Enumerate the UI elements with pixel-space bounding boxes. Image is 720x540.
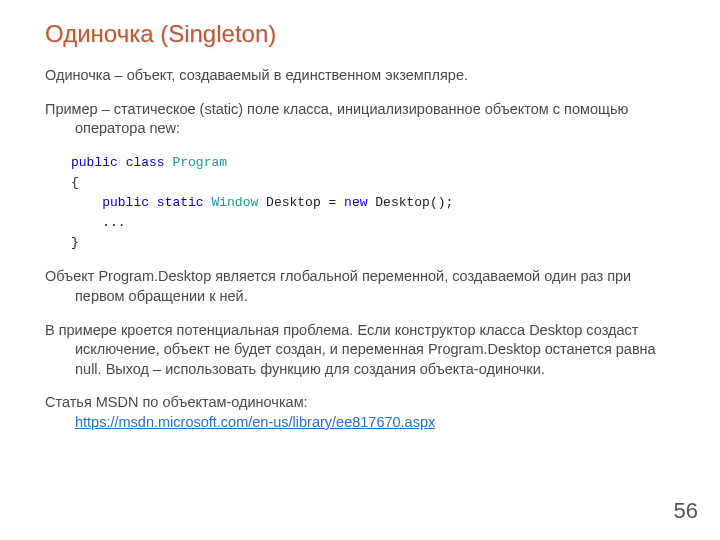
code-text: Desktop =: [258, 195, 344, 210]
paragraph-msdn: Статья MSDN по объектам-одиночкам: https…: [75, 393, 680, 432]
slide: Одиночка (Singleton) Одиночка – объект, …: [0, 0, 720, 540]
msdn-link[interactable]: https://msdn.microsoft.com/en-us/library…: [75, 414, 435, 430]
code-keyword: new: [344, 195, 367, 210]
code-keyword: public: [71, 155, 118, 170]
paragraph-global-var: Объект Program.Desktop является глобальн…: [75, 267, 680, 306]
code-brace: }: [71, 235, 79, 250]
paragraph-definition: Одиночка – объект, создаваемый в единств…: [75, 66, 680, 86]
code-brace: {: [71, 175, 79, 190]
code-keyword: public: [102, 195, 149, 210]
code-keyword: static: [157, 195, 204, 210]
code-type: Window: [211, 195, 258, 210]
msdn-label: Статья MSDN по объектам-одиночкам:: [45, 394, 308, 410]
code-block: public class Program { public static Win…: [71, 153, 680, 254]
code-keyword: class: [126, 155, 165, 170]
code-text: Desktop();: [368, 195, 454, 210]
paragraph-problem: В примере кроется потенциальная проблема…: [75, 321, 680, 380]
paragraph-example-intro: Пример – статическое (static) поле класс…: [75, 100, 680, 139]
code-ellipsis: ...: [102, 215, 125, 230]
code-type: Program: [172, 155, 227, 170]
page-number: 56: [674, 498, 698, 524]
slide-title: Одиночка (Singleton): [45, 20, 680, 48]
